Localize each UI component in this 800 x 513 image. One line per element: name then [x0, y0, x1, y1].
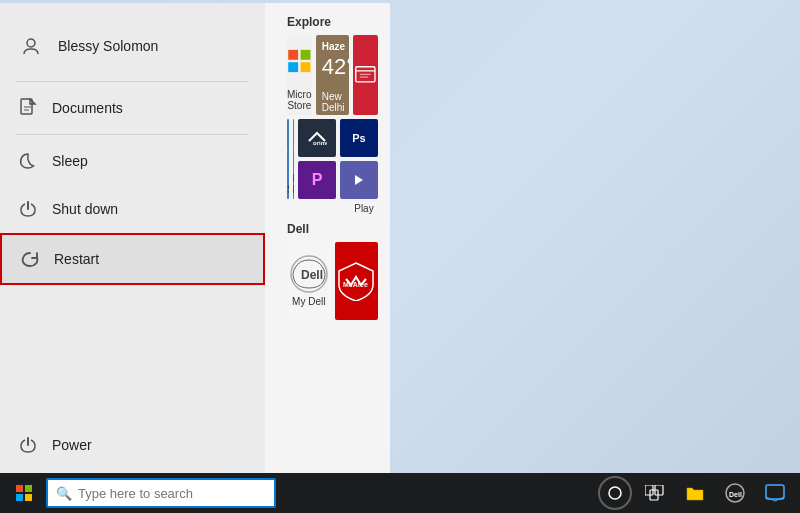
- weather-temp-row: 42° 42° 28°: [322, 54, 350, 87]
- user-name: Blessy Solomon: [58, 38, 158, 54]
- sleep-icon: [16, 149, 40, 173]
- weather-temp-main: 42°: [322, 54, 350, 80]
- solitaire-icon-area: [287, 119, 289, 181]
- svg-rect-22: [25, 494, 32, 501]
- power-label: Power: [52, 437, 92, 453]
- microsoft-store-tile[interactable]: Microsoft Store: [287, 35, 312, 115]
- taskbar-icons: Dell: [598, 476, 796, 510]
- play-group: prime Ps P: [298, 119, 378, 199]
- svg-text:Dell: Dell: [301, 268, 323, 282]
- prime-tile[interactable]: prime: [298, 119, 336, 157]
- svg-rect-6: [288, 62, 298, 72]
- news-tile[interactable]: [353, 35, 378, 115]
- shutdown-icon: [16, 197, 40, 221]
- power-icon: [16, 433, 40, 457]
- svg-rect-7: [301, 62, 311, 72]
- dell-label: Dell: [287, 222, 378, 236]
- ps-label: Ps: [352, 132, 365, 144]
- weather-tile[interactable]: Haze 42° 42° 28° New Delhi: [316, 35, 350, 115]
- svg-rect-19: [16, 485, 23, 492]
- play-extra-tile[interactable]: [340, 161, 378, 199]
- ps-tile[interactable]: Ps: [340, 119, 378, 157]
- left-panel: Blessy Solomon Documents: [0, 3, 265, 473]
- svg-point-23: [609, 487, 621, 499]
- weather-city: New Delhi: [322, 91, 345, 113]
- play-label: Play: [350, 203, 378, 214]
- microsoft-store-icon-area: [287, 35, 312, 86]
- sleep-menu-item[interactable]: Sleep: [0, 137, 265, 185]
- restart-menu-item[interactable]: Restart: [0, 233, 265, 285]
- play-bottom-row: P: [298, 161, 378, 199]
- svg-rect-4: [288, 49, 298, 59]
- documents-menu-item[interactable]: Documents: [0, 84, 265, 132]
- svg-text:Dell: Dell: [729, 491, 742, 498]
- my-dell-label: My Dell: [292, 296, 325, 311]
- phone-link-icon-area: [293, 119, 295, 170]
- spacer: [0, 285, 265, 421]
- mcafee-tile[interactable]: McAfee: [335, 242, 379, 320]
- task-view-button[interactable]: [638, 476, 672, 510]
- documents-label: Documents: [52, 100, 123, 116]
- divider-2: [16, 134, 249, 135]
- dell-tiles-row: Dell My Dell McAfee: [287, 242, 378, 320]
- user-section[interactable]: Blessy Solomon: [0, 13, 265, 79]
- search-bar[interactable]: 🔍: [46, 478, 276, 508]
- svg-rect-5: [301, 49, 311, 59]
- user-avatar-icon: [16, 31, 46, 61]
- shutdown-menu-item[interactable]: Shut down: [0, 185, 265, 233]
- play-top-row: prime Ps: [298, 119, 378, 157]
- my-dell-tile[interactable]: Dell My Dell: [287, 242, 331, 320]
- search-icon: 🔍: [56, 486, 72, 501]
- network-icon[interactable]: [758, 476, 792, 510]
- svg-text:prime: prime: [313, 140, 327, 145]
- play-label-row: Play: [287, 203, 378, 214]
- apps-tiles-row: Solitaire Phone Link: [287, 119, 378, 199]
- solitaire-tile[interactable]: Solitaire: [287, 119, 289, 199]
- microsoft-store-label: Microsoft Store: [287, 86, 312, 115]
- restart-label: Restart: [54, 251, 99, 267]
- start-button[interactable]: [4, 473, 44, 513]
- shutdown-label: Shut down: [52, 201, 118, 217]
- start-menu: Blessy Solomon Documents: [0, 3, 390, 473]
- svg-rect-20: [25, 485, 32, 492]
- search-input[interactable]: [78, 486, 266, 501]
- svg-rect-21: [16, 494, 23, 501]
- right-panel: ⌄ Explore Microsoft Store: [265, 3, 390, 473]
- priceline-tile[interactable]: P: [298, 161, 336, 199]
- file-explorer-button[interactable]: [678, 476, 712, 510]
- documents-icon: [16, 96, 40, 120]
- desktop: Blessy Solomon Documents: [0, 0, 800, 513]
- news-icon-area: [353, 35, 378, 115]
- weather-name: Haze: [322, 41, 345, 52]
- phone-link-label: Phone Link: [293, 170, 295, 199]
- divider-1: [16, 81, 249, 82]
- sleep-label: Sleep: [52, 153, 88, 169]
- svg-point-0: [27, 39, 35, 47]
- dell-taskbar-icon[interactable]: Dell: [718, 476, 752, 510]
- cortana-button[interactable]: [598, 476, 632, 510]
- svg-marker-15: [355, 175, 363, 185]
- p-label: P: [312, 171, 323, 189]
- dell-section: Dell Dell My Dell: [277, 222, 378, 320]
- explore-tiles-row: Microsoft Store Haze 42° 42° 28° New Del…: [287, 35, 378, 115]
- svg-rect-29: [766, 485, 784, 499]
- phone-link-tile[interactable]: Phone Link: [293, 119, 295, 199]
- power-section[interactable]: Power: [0, 421, 265, 469]
- restart-icon: [18, 247, 42, 271]
- taskbar: 🔍: [0, 473, 800, 513]
- explore-label: Explore: [287, 15, 378, 29]
- solitaire-label: Solitaire: [287, 181, 289, 199]
